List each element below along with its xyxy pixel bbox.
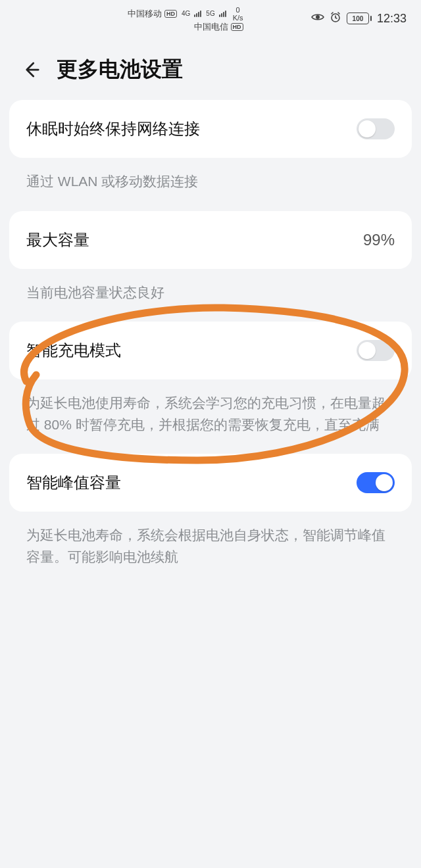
row-max-capacity-desc: 当前电池容量状态良好 (9, 269, 412, 322)
status-carriers: 中国移动 HD 4G 5G 0 K/s 中国电信 HD (128, 6, 243, 32)
row-sleep-network-label: 休眠时始终保持网络连接 (26, 118, 200, 139)
net-speed: 0 K/s (233, 6, 243, 22)
row-peak-capacity-label: 智能峰值容量 (26, 472, 121, 493)
alarm-icon (330, 11, 341, 26)
row-max-capacity[interactable]: 最大容量 99% (9, 211, 412, 269)
toggle-sleep-network[interactable] (357, 118, 395, 139)
net-tag-1: 4G (182, 9, 190, 18)
page-header: 更多电池设置 (0, 37, 421, 100)
row-peak-capacity[interactable]: 智能峰值容量 (9, 454, 412, 512)
clock: 12:33 (377, 12, 407, 26)
carrier-1: 中国移动 (128, 9, 162, 18)
back-arrow-icon (21, 60, 41, 80)
settings-list: 休眠时始终保持网络连接 通过 WLAN 或移动数据连接 最大容量 99% 当前电… (0, 100, 421, 586)
svg-point-0 (316, 15, 320, 19)
status-bar: 中国移动 HD 4G 5G 0 K/s 中国电信 HD 100 12:33 (0, 0, 421, 37)
row-max-capacity-value: 99% (363, 231, 395, 249)
row-peak-capacity-desc: 为延长电池寿命，系统会根据电池自身状态，智能调节峰值容量。可能影响电池续航 (9, 512, 412, 586)
carrier-2: 中国电信 (194, 22, 228, 32)
row-sleep-network[interactable]: 休眠时始终保持网络连接 (9, 100, 412, 158)
status-right: 100 12:33 (311, 11, 407, 26)
row-sleep-network-desc: 通过 WLAN 或移动数据连接 (9, 158, 412, 211)
toggle-smart-charge[interactable] (357, 340, 395, 361)
row-smart-charge-desc: 为延长电池使用寿命，系统会学习您的充电习惯，在电量超过 80% 时暂停充电，并根… (9, 379, 412, 454)
page-title: 更多电池设置 (57, 55, 183, 84)
row-max-capacity-label: 最大容量 (26, 229, 89, 251)
row-smart-charge[interactable]: 智能充电模式 (9, 322, 412, 379)
hd-badge-1: HD (164, 10, 177, 18)
battery-indicator: 100 (347, 12, 372, 24)
toggle-peak-capacity[interactable] (357, 472, 395, 493)
net-tag-2: 5G (206, 9, 214, 18)
row-smart-charge-label: 智能充电模式 (26, 340, 121, 361)
signal-bars-2 (219, 11, 226, 17)
hd-badge-2: HD (231, 23, 243, 31)
signal-bars-1 (194, 11, 201, 17)
eye-icon (311, 12, 324, 24)
back-button[interactable] (20, 59, 42, 81)
